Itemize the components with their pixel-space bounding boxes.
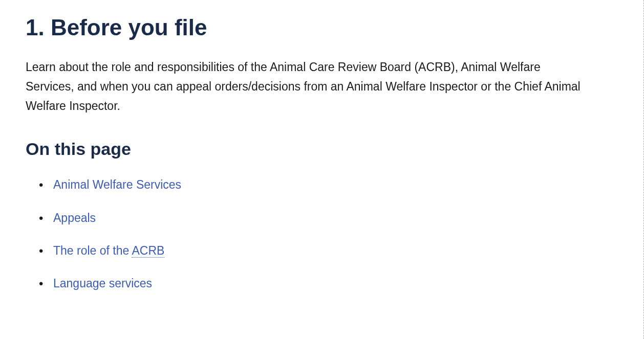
toc-link-language-services[interactable]: Language services (53, 277, 152, 290)
intro-paragraph: Learn about the role and responsibilitie… (26, 58, 589, 116)
toc-heading: On this page (26, 139, 594, 160)
toc-item: Animal Welfare Services (41, 176, 594, 193)
toc-link-role-of-acrb[interactable]: The role of the ACRB (53, 244, 164, 258)
toc-list: Animal Welfare Services Appeals The role… (26, 176, 594, 291)
toc-link-appeals[interactable]: Appeals (53, 211, 96, 224)
toc-item: Appeals (41, 210, 594, 226)
toc-item: Language services (41, 275, 594, 291)
toc-link-animal-welfare-services[interactable]: Animal Welfare Services (53, 178, 181, 191)
acrb-abbr: ACRB (132, 244, 164, 258)
toc-link-prefix: The role of the (53, 244, 132, 257)
page-heading: 1. Before you file (26, 14, 594, 41)
toc-item: The role of the ACRB (41, 242, 594, 259)
